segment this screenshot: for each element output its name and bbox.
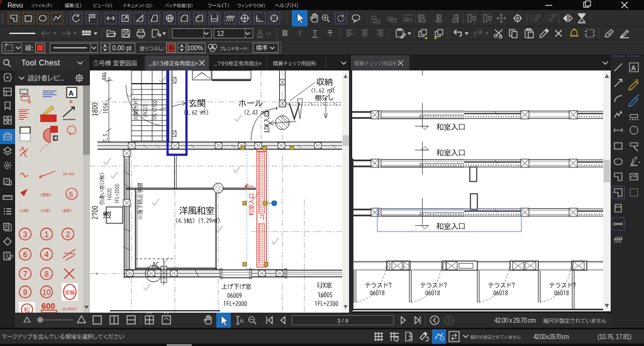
svg-text:a: a (69, 98, 72, 104)
svg-text:12: 12 (217, 30, 225, 37)
svg-text:6: 6 (23, 250, 28, 259)
svg-text:0.00 pt: 0.00 pt (112, 45, 131, 52)
svg-text:4: 4 (45, 250, 49, 259)
svg-text:600: 600 (42, 301, 55, 311)
svg-text:A: A (240, 318, 243, 324)
svg-text:T: T (328, 29, 333, 38)
svg-text:Revu: Revu (8, 1, 23, 9)
svg-text:42.00 x 29.70 cm: 42.00 x 29.70 cm (494, 317, 536, 324)
svg-text:2: 2 (66, 230, 70, 239)
svg-text:7: 7 (23, 270, 28, 279)
svg-text:A: A (257, 28, 263, 37)
svg-text:10: 10 (42, 288, 51, 297)
svg-text:a: a (28, 98, 31, 104)
svg-text:A: A (631, 64, 636, 72)
svg-text:T: T (313, 29, 318, 38)
svg-text:B: B (282, 29, 288, 38)
svg-text:1: 1 (45, 230, 49, 239)
svg-text:42.00 x 29.70 cm: 42.00 x 29.70 cm (533, 333, 569, 340)
svg-text:Tool Chest: Tool Chest (21, 59, 60, 67)
svg-text:5: 5 (69, 191, 73, 198)
svg-text:9: 9 (23, 288, 28, 297)
svg-text:(10.76, 17.81): (10.76, 17.81) (597, 333, 631, 340)
svg-text:8: 8 (45, 270, 49, 279)
svg-text:100%: 100% (187, 45, 203, 52)
svg-text:3 / 9: 3 / 9 (337, 318, 348, 324)
svg-text:A: A (69, 89, 74, 97)
svg-text:3: 3 (23, 230, 28, 239)
